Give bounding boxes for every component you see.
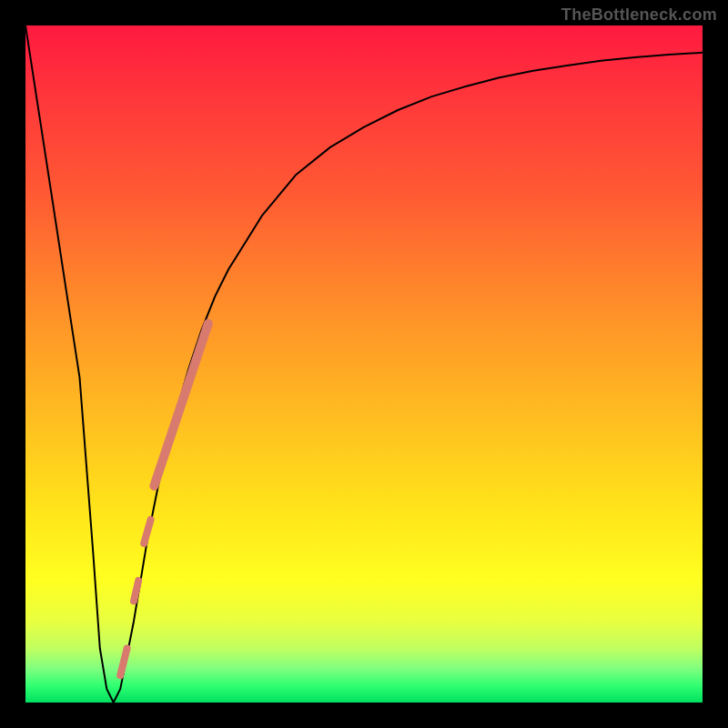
marker-segment (144, 520, 150, 543)
marker-segment (120, 649, 126, 676)
marker-segment (154, 323, 208, 486)
marker-segment (134, 581, 138, 601)
chart-container: TheBottleneck.com (0, 0, 728, 728)
plot-area (25, 25, 703, 703)
bottleneck-curve (25, 25, 703, 703)
curve-svg (25, 25, 703, 703)
watermark-text: TheBottleneck.com (561, 5, 717, 25)
